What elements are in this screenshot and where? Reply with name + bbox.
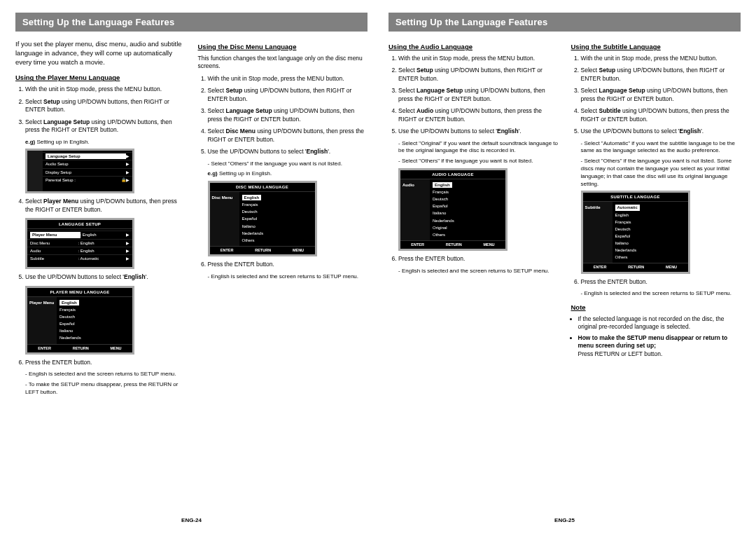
t: '.	[328, 148, 330, 155]
substep: - English is selected and the screen ret…	[25, 371, 186, 378]
osd-opt: Nederlands	[242, 230, 312, 237]
t: Use the UP/DOWN buttons to select '	[581, 128, 680, 135]
t: Setting up in English.	[36, 139, 89, 145]
osd-side: Disc Menu	[210, 192, 239, 246]
subhead-player: Using the Player Menu Language	[15, 74, 186, 83]
page-number-left: ENG-24	[15, 511, 368, 523]
t: Setting up in English.	[219, 170, 272, 177]
osd-opt: Français	[433, 188, 503, 195]
step: Select Setup using UP/DOWN buttons, then…	[398, 67, 559, 83]
osd-side: Subtitle	[583, 202, 612, 263]
step: Select Language Setup using UP/DOWN butt…	[25, 118, 186, 135]
t: '.	[701, 128, 704, 135]
t: e.g)	[25, 139, 36, 145]
t: Select "Automatic" if you want the subti…	[581, 140, 735, 154]
t: Select	[398, 107, 416, 114]
step: Select Setup using UP/DOWN buttons, then…	[208, 87, 368, 103]
t: English	[306, 148, 328, 155]
lock-icon: 🔒	[121, 177, 126, 183]
osd-val: : English	[78, 240, 127, 246]
osd-opt: Italiano	[242, 223, 312, 230]
t: Select	[581, 107, 599, 114]
t: Select "Original" if you want the defaul…	[398, 140, 558, 154]
substep: - Select "Others" if the language you wa…	[398, 158, 559, 165]
osd-title: AUDIO LANGUAGE	[400, 170, 505, 179]
step: Use the UP/DOWN buttons to select 'Engli…	[581, 128, 741, 135]
t: To make the SETUP menu disappear, press …	[25, 381, 178, 395]
osd-opt: Italiano	[433, 209, 503, 217]
page-title-right: Setting Up the Language Features	[388, 13, 741, 32]
osd-val: : English	[80, 232, 127, 238]
substep: - Select "Others" if the language you wa…	[581, 158, 741, 188]
osd-foot: MENU	[483, 242, 494, 247]
t: Setup	[226, 87, 243, 94]
osd-foot: ENTER	[38, 346, 51, 351]
osd-row: Language Setup	[46, 153, 126, 159]
t: Select	[581, 87, 599, 94]
osd-foot: RETURN	[73, 346, 89, 351]
osd-row: Player Menu	[30, 232, 80, 238]
osd-foot: RETURN	[628, 265, 644, 270]
t: English	[679, 128, 701, 135]
osd-opt: Deutsch	[59, 313, 130, 320]
col-subtitle: Using the Subtitle Language With the uni…	[571, 40, 741, 511]
osd-opt: Others	[433, 231, 503, 238]
osd-disc-menu-lang: DISC MENU LANGUAGE Disc Menu English Fra…	[208, 181, 317, 256]
osd-foot: ENTER	[411, 242, 424, 247]
step: With the unit in Stop mode, press the ME…	[581, 55, 741, 62]
substep: - English is selected and the screen ret…	[398, 268, 559, 275]
step: Use the UP/DOWN buttons to select 'Engli…	[398, 128, 559, 135]
t: English	[497, 128, 519, 135]
manual-spread: Setting Up the Language Features If you …	[0, 0, 756, 536]
substep: - English is selected and the screen ret…	[581, 290, 741, 298]
step: Press the ENTER button.	[398, 255, 559, 263]
osd-val: : English	[78, 248, 127, 254]
osd-opt: Original	[433, 224, 503, 231]
t: Language Setup	[599, 87, 645, 94]
t: English is selected and the screen retur…	[402, 268, 550, 274]
osd-opt: Français	[615, 219, 685, 226]
osd-row: Audio	[30, 248, 78, 254]
osd-row: Display Setup	[46, 170, 126, 175]
osd-side: Audio	[400, 179, 430, 240]
osd-opt: Español	[59, 320, 130, 327]
t: Setup	[599, 67, 616, 74]
step: Press the ENTER button.	[25, 359, 186, 366]
t: Player Menu	[43, 198, 78, 205]
step: With the unit in Stop mode, press the ME…	[208, 75, 368, 83]
t: Select "Others" if the language you want…	[211, 160, 342, 167]
step: With the unit in Stop mode, press the ME…	[25, 85, 186, 93]
osd-opt: Español	[242, 215, 312, 222]
osd-opt: Others	[615, 254, 685, 261]
step: With the unit in Stop mode, press the ME…	[398, 55, 559, 62]
note-heading: Note	[571, 303, 741, 312]
t: Select	[208, 107, 226, 114]
substep: - Select "Others" if the language you wa…	[208, 160, 368, 168]
osd-opt: Français	[59, 306, 130, 313]
osd-title: SUBTITLE LANGUAGE	[583, 193, 688, 202]
col-audio: Using the Audio Language With the unit i…	[388, 40, 559, 511]
osd-title: LANGUAGE SETUP	[27, 220, 132, 229]
t: Language Setup	[416, 87, 463, 94]
osd-foot: RETURN	[446, 242, 462, 247]
step: Select Setup using UP/DOWN buttons, then…	[25, 98, 186, 114]
step: Select Setup using UP/DOWN buttons, then…	[581, 67, 741, 83]
t: e.g)	[208, 170, 219, 177]
page-left: Setting Up the Language Features If you …	[15, 13, 368, 523]
step: Use the UP/DOWN buttons to select 'Engli…	[208, 148, 368, 156]
t: English is selected and the screen retur…	[211, 273, 358, 280]
t: Use the UP/DOWN buttons to select '	[398, 128, 497, 135]
t: English is selected and the screen retur…	[29, 371, 176, 377]
intro-text: If you set the player menu, disc menu, a…	[15, 40, 186, 67]
t: Audio	[416, 107, 433, 114]
osd-title: DISC MENU LANGUAGE	[210, 183, 315, 192]
osd-row: Disc Menu	[30, 240, 78, 246]
note-item: If the selected language is not recorded…	[578, 315, 741, 331]
step: Select Audio using UP/DOWN buttons, then…	[398, 107, 559, 123]
osd-val: : Automatic	[78, 256, 127, 261]
col-disc-menu: Using the Disc Menu Language This functi…	[198, 40, 368, 511]
t: Select	[208, 128, 226, 135]
t: Use the UP/DOWN buttons to select '	[208, 148, 307, 155]
t: Select	[25, 198, 43, 205]
osd-opt: Deutsch	[242, 208, 312, 215]
